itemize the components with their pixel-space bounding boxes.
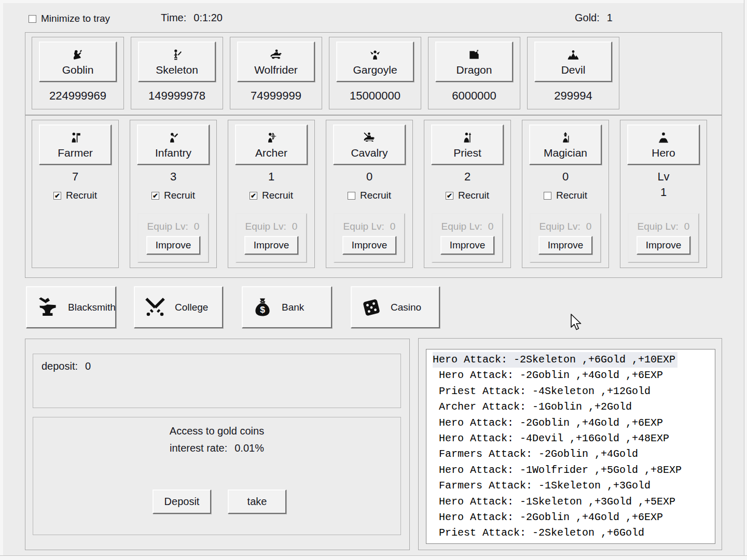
recruit-checkbox-magician[interactable]: Recruit — [544, 190, 587, 201]
unit-card-magician: Magician 0 Recruit Equip Lv:0 Improve — [522, 120, 609, 268]
recruit-label: Recruit — [262, 190, 293, 201]
improve-button-magician[interactable]: Improve — [538, 236, 592, 255]
time-display: Time:0:1:20 — [161, 12, 223, 24]
bank-button[interactable]: $ Bank — [242, 286, 332, 328]
checkbox-box[interactable]: ✔ — [250, 192, 257, 200]
log-entry[interactable]: Hero Attack: -4Devil ,+16Gold ,+48EXP — [433, 431, 715, 446]
devil-button[interactable]: Devil — [534, 41, 612, 82]
equip-panel-priest: Equip Lv:0 Improve — [432, 213, 503, 263]
wolfrider-icon — [267, 48, 285, 62]
battle-log-panel: Hero Attack: -2Skeleton ,+6Gold ,+10EXP … — [418, 338, 722, 550]
gargoyle-button[interactable]: Gargoyle — [336, 41, 414, 82]
hero-level-value: 1 — [660, 186, 667, 199]
window-edge-bottom — [0, 555, 747, 560]
dragon-count: 6000000 — [452, 89, 496, 103]
log-entry[interactable]: Farmers Attack: -1Skeleton ,+3Gold — [433, 478, 715, 494]
gargoyle-label: Gargoyle — [353, 64, 397, 76]
equip-level-label: Equip Lv:0 — [540, 221, 592, 232]
log-entry[interactable]: Farmers Attack: -2Goblin ,+4Gold — [433, 446, 715, 462]
devil-count: 299994 — [554, 89, 592, 103]
checkbox-box[interactable]: ✔ — [151, 192, 159, 200]
farmer-icon — [67, 131, 83, 145]
goblin-label: Goblin — [62, 64, 94, 76]
college-button[interactable]: College — [134, 286, 223, 328]
gargoyle-icon — [367, 48, 383, 62]
log-entry[interactable]: Hero Attack: -2Goblin ,+4Gold ,+6EXP — [433, 368, 715, 383]
improve-button-priest[interactable]: Improve — [440, 236, 494, 255]
take-button[interactable]: take — [228, 489, 286, 514]
log-entry[interactable]: Hero Attack: -2Goblin ,+4Gold ,+6EXP — [433, 415, 715, 431]
checkbox-mark: ✔ — [153, 192, 158, 199]
gold-label: Gold: — [575, 12, 600, 23]
deposit-button[interactable]: Deposit — [153, 489, 211, 514]
monster-card-wolfrider: Wolfrider 74999999 — [230, 37, 322, 109]
equip-level-label: Equip Lv:0 — [147, 221, 200, 232]
blacksmith-button[interactable]: Blacksmith — [26, 286, 116, 328]
wolfrider-button[interactable]: Wolfrider — [237, 41, 315, 82]
priest-label: Priest — [453, 147, 481, 159]
skeleton-button[interactable]: Skeleton — [138, 41, 216, 82]
college-label: College — [175, 302, 208, 313]
mouse-cursor-icon — [570, 313, 583, 334]
log-entry[interactable]: Hero Attack: -2Goblin ,+4Gold ,+6EXP — [433, 510, 715, 525]
hero-button[interactable]: Hero — [627, 124, 700, 165]
magician-button[interactable]: Magician — [529, 124, 602, 165]
unit-card-farmer: Farmer 7 ✔ Recruit — [32, 120, 119, 268]
recruit-label: Recruit — [164, 190, 195, 201]
unit-card-hero: Hero Lv 1 Equip Lv:0 Improve — [620, 120, 707, 268]
improve-button-cavalry[interactable]: Improve — [342, 236, 396, 255]
battle-log-list[interactable]: Hero Attack: -2Skeleton ,+6Gold ,+10EXP … — [426, 349, 715, 544]
svg-text:$: $ — [260, 304, 265, 314]
goblin-button[interactable]: Goblin — [39, 41, 117, 82]
log-entry[interactable]: Archer Attack: -1Goblin ,+2Gold — [433, 399, 715, 415]
priest-button[interactable]: Priest — [431, 124, 504, 165]
recruit-label: Recruit — [556, 190, 587, 201]
farmer-button[interactable]: Farmer — [39, 124, 112, 165]
skeleton-count: 149999978 — [148, 89, 205, 103]
unit-card-infantry: Infantry 3 ✔ Recruit Equip Lv:0 Improve — [130, 120, 217, 268]
improve-button-infantry[interactable]: Improve — [146, 236, 200, 255]
cavalry-label: Cavalry — [351, 147, 388, 159]
interest-rate-text: interest rate:0.01% — [33, 442, 400, 454]
goblin-icon — [70, 48, 86, 62]
log-entry[interactable]: Priest Attack: -2Skeleton ,+6Gold — [433, 525, 715, 541]
checkbox-box[interactable]: ✔ — [53, 192, 61, 200]
deposit-value: 0 — [85, 360, 91, 372]
minimize-to-tray-label: Minimize to tray — [41, 13, 110, 24]
unit-card-archer: Archer 1 ✔ Recruit Equip Lv:0 Improve — [228, 120, 315, 268]
infantry-label: Infantry — [155, 147, 191, 159]
casino-button[interactable]: Casino — [351, 286, 440, 328]
equip-panel-hero: Equip Lv:0 Improve — [628, 213, 699, 263]
checkbox-box[interactable]: ✔ — [446, 192, 453, 200]
recruit-checkbox-infantry[interactable]: ✔ Recruit — [151, 190, 195, 201]
recruit-checkbox-cavalry[interactable]: Recruit — [348, 190, 391, 201]
log-entry[interactable]: Hero Attack: -1Wolfrider ,+5Gold ,+8EXP — [433, 463, 715, 478]
checkbox-mark: ✔ — [54, 192, 60, 199]
improve-button-archer[interactable]: Improve — [244, 236, 298, 255]
log-entry[interactable]: Hero Attack: -2Skeleton ,+6Gold ,+10EXP — [433, 352, 677, 368]
checkbox-box[interactable] — [29, 15, 36, 23]
recruit-checkbox-priest[interactable]: ✔ Recruit — [446, 190, 489, 201]
checkbox-box[interactable] — [544, 192, 551, 200]
recruit-checkbox-farmer[interactable]: ✔ Recruit — [53, 190, 97, 201]
gold-value: 1 — [607, 12, 613, 23]
cavalry-button[interactable]: Cavalry — [333, 124, 406, 165]
dragon-button[interactable]: Dragon — [435, 41, 513, 82]
window-edge-top — [0, 0, 747, 3]
log-entry[interactable]: Hero Attack: -1Skeleton ,+3Gold ,+5EXP — [433, 494, 715, 510]
devil-icon — [564, 48, 582, 62]
minimize-to-tray-checkbox[interactable]: Minimize to tray — [29, 13, 110, 24]
equip-panel-infantry: Equip Lv:0 Improve — [137, 213, 209, 263]
magician-count: 0 — [562, 170, 569, 184]
infantry-icon — [165, 131, 181, 145]
archer-label: Archer — [255, 147, 287, 159]
recruit-checkbox-archer[interactable]: ✔ Recruit — [250, 190, 293, 201]
equip-level-label: Equip Lv:0 — [245, 221, 298, 232]
infantry-button[interactable]: Infantry — [137, 124, 210, 165]
time-label: Time: — [161, 12, 186, 23]
log-entry[interactable]: Priest Attack: -4Skeleton ,+12Gold — [433, 384, 715, 399]
checkbox-box[interactable] — [348, 192, 355, 200]
recruit-label: Recruit — [66, 190, 97, 201]
improve-button-hero[interactable]: Improve — [637, 236, 690, 255]
archer-button[interactable]: Archer — [235, 124, 308, 165]
